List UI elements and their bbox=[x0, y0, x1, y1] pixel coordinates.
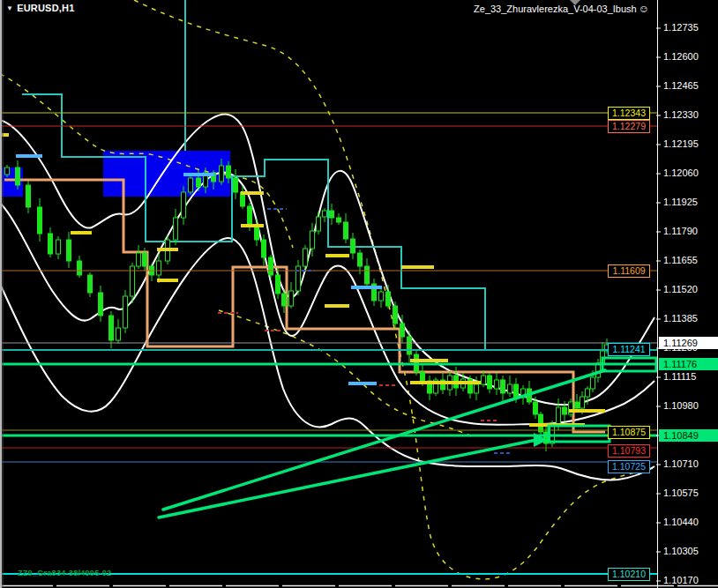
candle-body bbox=[248, 206, 252, 227]
chart-watermark-label: ZZ9_Gra834-38/4905-02 bbox=[18, 569, 111, 577]
candle-body bbox=[351, 239, 355, 253]
candle-body bbox=[379, 292, 384, 301]
axis-price-label: 1.10710 bbox=[663, 458, 699, 469]
indicator-title-text: Ze_33_Zhuravlerezka_V-04-03_Ibush bbox=[474, 4, 637, 14]
candle-body bbox=[488, 376, 492, 389]
candle-body bbox=[408, 337, 412, 354]
candle-body bbox=[365, 266, 370, 284]
candle-body bbox=[330, 211, 334, 218]
indicator-title: Ze_33_Zhuravlerezka_V-04-03_Ibush☺ bbox=[474, 3, 649, 15]
axis-price-label: 1.10980 bbox=[663, 400, 699, 411]
candle-body bbox=[400, 324, 405, 337]
candle-body bbox=[501, 380, 505, 393]
level-price-tag[interactable]: 1.11609 bbox=[608, 264, 650, 278]
candle-body bbox=[310, 231, 315, 249]
axis-price-label: 1.10440 bbox=[663, 517, 699, 527]
candle-body bbox=[482, 376, 486, 384]
candle-body bbox=[255, 227, 259, 240]
candle-body bbox=[282, 294, 287, 306]
candle-body bbox=[495, 380, 499, 389]
candle-body bbox=[563, 407, 567, 414]
symbol-timeframe-label[interactable]: ▼EURUSD,H1 bbox=[6, 3, 75, 13]
level-price-tag[interactable]: 1.12279 bbox=[608, 120, 650, 133]
candle-body bbox=[67, 240, 71, 261]
candle-body bbox=[109, 316, 114, 340]
axis-price-label: 1.11790 bbox=[663, 226, 698, 236]
axis-price-label: 1.11520 bbox=[663, 284, 698, 294]
candle-body bbox=[88, 275, 93, 293]
axis-price-badge: 1.10849 bbox=[659, 429, 718, 442]
axis-price-label: 1.11115 bbox=[663, 371, 696, 382]
candle-body bbox=[358, 253, 363, 266]
axis-price-label: 1.12060 bbox=[663, 167, 699, 178]
candle-body bbox=[26, 185, 31, 207]
candle-body bbox=[580, 397, 585, 408]
candle-body bbox=[137, 253, 141, 266]
symbol-text: EURUSD,H1 bbox=[17, 3, 74, 13]
candle-body bbox=[323, 211, 327, 217]
candle-body bbox=[116, 328, 121, 340]
candle-body bbox=[143, 253, 147, 266]
axis-price-label: 1.11655 bbox=[663, 255, 698, 265]
candle-body bbox=[475, 384, 479, 393]
mt4-chart-window: ▼EURUSD,H1 Ze_33_Zhuravlerezka_V-04-03_I… bbox=[0, 0, 718, 588]
candle-body bbox=[174, 218, 178, 240]
level-price-tag[interactable]: 1.10210 bbox=[608, 568, 650, 581]
candle-body bbox=[182, 192, 186, 218]
candle-body bbox=[317, 217, 321, 231]
candle-body bbox=[189, 178, 193, 192]
candle-body bbox=[56, 240, 61, 254]
level-price-tag[interactable]: 1.10875 bbox=[608, 426, 650, 439]
candle-body bbox=[276, 275, 280, 294]
axis-price-badge: 1.11269 bbox=[659, 337, 718, 349]
candle-body bbox=[5, 167, 10, 175]
candle-body bbox=[591, 377, 595, 389]
candle-body bbox=[220, 166, 224, 182]
candle-body bbox=[337, 218, 341, 222]
candle-body bbox=[289, 291, 294, 306]
candle-body bbox=[344, 222, 348, 239]
axis-price-label: 1.10575 bbox=[663, 488, 699, 498]
candle-body bbox=[514, 384, 519, 398]
candle-body bbox=[586, 389, 590, 397]
axis-price-label: 1.12600 bbox=[663, 51, 699, 62]
candle-body bbox=[157, 261, 161, 275]
candle-body bbox=[123, 296, 128, 328]
window-left-border bbox=[0, 0, 2, 588]
axis-price-badge: 1.11176 bbox=[659, 358, 718, 370]
axis-price-label: 1.12330 bbox=[663, 109, 699, 120]
candle-body bbox=[303, 249, 308, 266]
axis-price-label: 1.11925 bbox=[663, 197, 698, 207]
candle-body bbox=[421, 372, 425, 381]
level-price-tag[interactable]: 1.10725 bbox=[608, 460, 650, 473]
candle-body bbox=[227, 166, 231, 178]
candle-body bbox=[393, 306, 398, 324]
level-price-tag[interactable]: 1.10793 bbox=[608, 444, 650, 458]
candle-body bbox=[197, 178, 201, 187]
symbol-dropdown-icon[interactable]: ▼ bbox=[6, 4, 13, 12]
candle-body bbox=[16, 167, 20, 185]
axis-price-label: 1.10305 bbox=[663, 546, 699, 556]
axis-price-label: 1.12735 bbox=[663, 22, 699, 33]
candle-body bbox=[262, 240, 266, 257]
candle-body bbox=[99, 293, 103, 316]
chart-canvas[interactable] bbox=[0, 0, 718, 588]
smiley-icon: ☺ bbox=[639, 3, 649, 15]
candle-body bbox=[575, 402, 580, 408]
candle-body bbox=[386, 292, 391, 306]
candle-body bbox=[557, 407, 561, 425]
candle-body bbox=[269, 257, 273, 275]
level-price-tag[interactable]: 1.12343 bbox=[608, 107, 650, 120]
candle-body bbox=[234, 178, 238, 192]
candle-body bbox=[508, 384, 512, 393]
axis-price-label: 1.12195 bbox=[663, 138, 699, 149]
candle-body bbox=[78, 261, 82, 275]
axis-price-label: 1.12465 bbox=[663, 80, 699, 91]
axis-price-label: 1.11385 bbox=[663, 313, 698, 324]
candle-body bbox=[38, 207, 42, 234]
axis-price-label: 1.10170 bbox=[663, 575, 699, 585]
candle-body bbox=[534, 402, 538, 414]
candle-body bbox=[49, 234, 53, 254]
level-price-tag[interactable]: 1.11241 bbox=[608, 343, 650, 356]
